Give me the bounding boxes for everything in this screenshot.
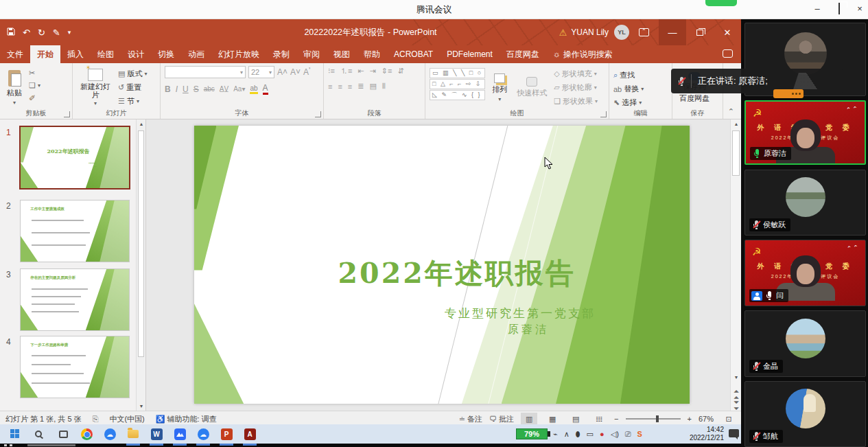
ppt-restore-button[interactable]: [686, 19, 714, 45]
main-scroll-thumb[interactable]: [732, 130, 740, 176]
tab-record[interactable]: 录制: [266, 45, 296, 63]
strikethrough-button[interactable]: abc: [204, 85, 215, 93]
account-name[interactable]: YUAN Lily: [571, 27, 609, 37]
notes-display-icon[interactable]: ⎘: [93, 415, 99, 424]
outdent-icon[interactable]: ⇤: [357, 67, 364, 76]
shadow-button[interactable]: S: [193, 84, 199, 94]
mic-tray-icon[interactable]: ⬮: [576, 430, 580, 439]
security-badge-icon[interactable]: ●: [600, 430, 605, 438]
ribbon-display-options-icon[interactable]: [639, 28, 649, 36]
video-tile-yuan-rongjie[interactable]: ☭ ⌃⌃ 外 语 学 院 党 委 2022年度党支部 评议会 原蓉洁: [744, 100, 866, 165]
tab-draw[interactable]: 绘图: [91, 45, 121, 63]
tab-insert[interactable]: 插入: [60, 45, 91, 63]
font-dialog-launcher[interactable]: [315, 111, 321, 117]
smartart-convert-icon[interactable]: ⫴: [382, 82, 386, 91]
decrease-font-icon[interactable]: A˅: [290, 67, 301, 77]
start-button[interactable]: [7, 426, 23, 442]
shapes-gallery-row1[interactable]: ▭ ▥ ╲ ╲ □ ○: [430, 68, 485, 78]
normal-view-button[interactable]: ▥: [521, 413, 537, 425]
justify-icon[interactable]: ≣: [357, 82, 364, 91]
taskbar-cloud-browser-2[interactable]: ☁: [195, 426, 211, 442]
quick-styles-button[interactable]: 快速样式: [514, 66, 550, 109]
zoom-level[interactable]: 67%: [699, 415, 714, 423]
tab-baidu-netdisk[interactable]: 百度网盘: [500, 45, 546, 63]
tray-expand-icon[interactable]: ∧: [564, 430, 570, 439]
slide-sorter-view-button[interactable]: ▦: [544, 413, 561, 425]
section-button[interactable]: ☰节▾: [118, 96, 147, 106]
fit-to-window-icon[interactable]: ⊡: [720, 413, 737, 425]
taskbar-cloud-browser[interactable]: ☁: [102, 426, 118, 442]
taskbar-clock[interactable]: 14:42 2022/12/21: [676, 426, 724, 442]
layout-button[interactable]: ▤版式▾: [118, 69, 147, 79]
task-view-button[interactable]: [55, 426, 71, 442]
tab-view[interactable]: 视图: [327, 45, 357, 63]
scroll-up-icon[interactable]: ▲: [137, 122, 146, 126]
ppt-minimize-button[interactable]: —: [659, 19, 686, 45]
slide-thumbnail-4[interactable]: 下一步工作思路和举措: [21, 336, 129, 398]
tab-slideshow[interactable]: 幻灯片放映: [211, 45, 266, 63]
font-color-button[interactable]: A: [263, 83, 268, 95]
arrange-button[interactable]: 排列 ▾: [489, 66, 510, 109]
language-indicator[interactable]: 中文(中国): [109, 414, 144, 424]
collapse-ribbon-icon[interactable]: ⌃: [728, 107, 734, 116]
line-spacing-icon[interactable]: ⇕≡: [382, 67, 392, 76]
comments-bubble-icon[interactable]: [723, 49, 733, 58]
tab-design[interactable]: 设计: [121, 45, 151, 63]
bold-button[interactable]: B: [165, 84, 171, 94]
usb-icon[interactable]: ⌁: [553, 430, 558, 439]
drawing-dialog-launcher[interactable]: [600, 111, 607, 117]
tab-review[interactable]: 审阅: [296, 45, 327, 63]
highlight-color-button[interactable]: ab: [250, 84, 257, 94]
taskbar-search-button[interactable]: [30, 426, 47, 442]
replace-button[interactable]: ab替换▾: [613, 84, 644, 94]
accessibility-status[interactable]: ♿ 辅助功能: 调查: [156, 414, 217, 424]
slide-thumbnail-2[interactable]: 工作中主要措施成效: [21, 200, 129, 262]
speaker-icon[interactable]: ◁): [611, 430, 619, 439]
taskbar-acrobat[interactable]: A: [242, 426, 258, 442]
copy-button[interactable]: ❏▾: [29, 81, 40, 90]
video-tile-yan[interactable]: ☭ ⌃⌃ 外 语 学 院 党 委 2022年度党支部 评议会 2022年12月 …: [744, 240, 866, 306]
zoom-slider-thumb[interactable]: [656, 415, 659, 422]
video-tile-jin-jing[interactable]: 金晶: [744, 310, 866, 377]
tab-acrobat[interactable]: ACROBAT: [387, 45, 440, 63]
text-direction-icon[interactable]: ⇵: [397, 67, 403, 76]
slide-thumbnail-1[interactable]: 2022年述职报告 ▪▪▪▪▪▪▪▪▪▪▪: [21, 127, 129, 188]
italic-button[interactable]: I: [176, 84, 178, 94]
panel-scrollbar[interactable]: ▲ ▼: [136, 119, 145, 411]
slideshow-view-button[interactable]: 𝍖: [591, 413, 607, 425]
find-button[interactable]: ⌕查找: [613, 70, 644, 80]
comments-toggle[interactable]: 🗨 批注: [489, 414, 514, 424]
reading-view-button[interactable]: ▤: [567, 413, 584, 425]
new-slide-button[interactable]: 新建幻灯片 ▾: [77, 66, 114, 109]
current-slide[interactable]: 2022年述职报告 专业型研究生第一党支部 原蓉洁: [194, 126, 690, 404]
notification-center-icon[interactable]: [729, 429, 739, 437]
meeting-maximize-button[interactable]: [830, 2, 848, 16]
meeting-close-button[interactable]: ×: [851, 2, 868, 16]
format-painter-button[interactable]: ✐: [29, 93, 40, 103]
tab-transitions[interactable]: 切换: [151, 45, 181, 63]
slide-author[interactable]: 原蓉洁: [508, 323, 549, 337]
shape-outline-button[interactable]: ▱形状轮廓▾: [554, 82, 598, 93]
reset-button[interactable]: ↺重置: [118, 82, 147, 93]
indent-icon[interactable]: ⇥: [370, 67, 376, 76]
align-right-icon[interactable]: ≡: [348, 82, 352, 91]
increase-font-icon[interactable]: A˄: [277, 67, 288, 77]
taskbar-file-explorer[interactable]: [125, 426, 141, 442]
font-size-combo[interactable]: 22▾: [248, 66, 274, 78]
shape-fill-button[interactable]: ◇形状填充▾: [554, 69, 598, 79]
select-button[interactable]: ⬉选择▾: [613, 98, 644, 108]
taskbar-tencent-meeting[interactable]: [172, 426, 188, 442]
tab-file[interactable]: 文件: [0, 45, 30, 63]
taskbar-word[interactable]: W: [148, 426, 165, 442]
clipboard-dialog-launcher[interactable]: [64, 111, 70, 117]
taskbar-powerpoint[interactable]: P: [218, 426, 235, 442]
main-scrollbar[interactable]: ▲ ▼ ⏶⏶ ⏷⏷: [730, 119, 741, 411]
zoom-out-button[interactable]: −: [614, 415, 618, 423]
ppt-close-button[interactable]: ✕: [714, 19, 741, 45]
slide-thumbnail-3[interactable]: 存在的主要问题及原因分析: [21, 269, 129, 330]
columns-icon[interactable]: ▤: [369, 82, 376, 91]
bullets-icon[interactable]: ⁝≡: [328, 67, 335, 76]
numbering-icon[interactable]: ⒈≡: [340, 66, 352, 76]
cast-icon[interactable]: ⎚: [625, 430, 631, 439]
char-spacing-button[interactable]: A̲V̲: [220, 85, 228, 93]
